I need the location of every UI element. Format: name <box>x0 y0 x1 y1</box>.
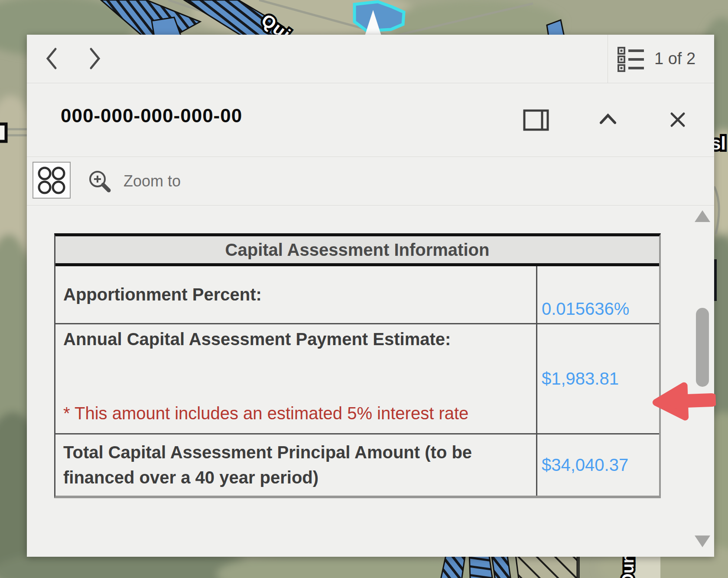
grid-of-circles-icon <box>36 164 68 196</box>
chevron-left-icon <box>44 46 59 71</box>
popup-action-row: Zoom to <box>27 157 714 206</box>
row-label: Annual Capital Assessment Payment Estima… <box>55 324 537 433</box>
popup-title: 000-000-000-000-00 <box>61 105 242 127</box>
divider <box>27 205 714 206</box>
list-view-icon <box>617 46 645 72</box>
dock-popup-button[interactable] <box>523 109 549 132</box>
zoom-to-label: Zoom to <box>124 172 181 190</box>
table-row: Total Capital Assessment Principal Amoun… <box>55 434 659 496</box>
next-feature-button[interactable] <box>81 45 108 72</box>
row-label: Apportionment Percent: <box>55 266 537 323</box>
nav-divider <box>608 35 608 83</box>
table-row: Apportionment Percent: 0.015636% <box>55 266 659 324</box>
capital-assessment-table: Capital Assessment Information Apportion… <box>54 233 661 498</box>
scrollbar-thumb[interactable] <box>696 308 709 387</box>
row-value: $34,040.37 <box>537 434 659 496</box>
table-header: Capital Assessment Information <box>55 236 659 266</box>
chevron-up-icon <box>599 113 617 125</box>
screen: Qui sl Ound <box>0 0 728 578</box>
annotation-left-arrow <box>646 379 717 429</box>
dock-icon <box>523 109 549 131</box>
collapse-popup-button[interactable] <box>599 113 617 126</box>
table-row: Annual Capital Assessment Payment Estima… <box>55 324 659 434</box>
pagination-count: 1 of 2 <box>654 49 696 68</box>
parcel-boundary-fragment <box>714 259 717 301</box>
magnifier-plus-icon <box>87 169 112 194</box>
popup-nav-bar: 1 of 2 <box>27 35 714 83</box>
close-popup-button[interactable] <box>670 112 686 129</box>
close-icon <box>670 112 686 127</box>
row-value: 0.015636% <box>537 266 659 323</box>
previous-feature-button[interactable] <box>38 45 65 72</box>
scroll-down-arrow[interactable] <box>695 536 710 547</box>
scroll-up-arrow[interactable] <box>695 210 710 222</box>
chevron-right-icon <box>88 46 102 71</box>
feature-pagination[interactable]: 1 of 2 <box>617 35 696 83</box>
feature-popup: 1 of 2 000-000-000-000-00 <box>27 35 714 557</box>
zoom-to-action[interactable]: Zoom to <box>87 157 181 206</box>
feature-menu-button[interactable] <box>32 162 71 199</box>
row-label: Total Capital Assessment Principal Amoun… <box>55 434 537 496</box>
interest-rate-note: * This amount includes an estimated 5% i… <box>63 400 531 427</box>
popup-title-row: 000-000-000-000-00 <box>27 83 714 157</box>
map-label-box-fragment <box>0 124 6 141</box>
row-value: $1,983.81 <box>537 324 659 433</box>
